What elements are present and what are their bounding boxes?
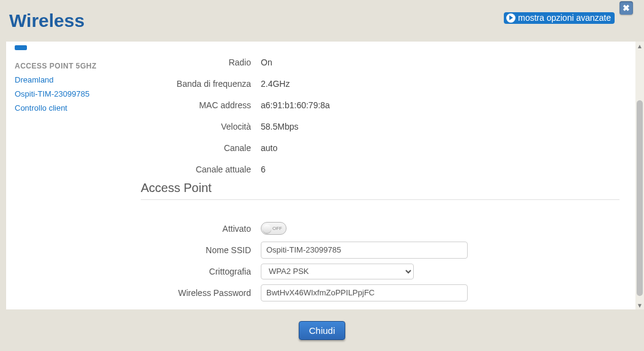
show-advanced-button[interactable]: mostra opzioni avanzate	[504, 12, 615, 24]
channel-value: auto	[261, 143, 277, 153]
crypto-select[interactable]: WPA2 PSK	[261, 264, 414, 279]
speed-label: Velocità	[147, 122, 261, 131]
section-title: Access Point	[141, 181, 212, 195]
mac-value: a6:91:b1:60:79:8a	[261, 100, 330, 110]
pwd-label: Wireless Password	[147, 288, 261, 298]
scroll-down-icon[interactable]: ▼	[635, 301, 644, 309]
enabled-toggle[interactable]: OFF	[261, 222, 286, 235]
curchan-value: 6	[261, 164, 266, 174]
sidebar-item-active[interactable]	[15, 45, 27, 50]
radio-label: Radio	[147, 57, 261, 67]
toggle-off-text: OFF	[272, 226, 282, 231]
close-icon[interactable]: ✖	[620, 1, 633, 15]
crypto-label: Crittografia	[147, 267, 261, 276]
password-input[interactable]	[261, 284, 468, 301]
ssid-label: Nome SSID	[147, 245, 261, 255]
show-advanced-label: mostra opzioni avanzate	[518, 13, 611, 23]
scrollbar[interactable]: ▲ ▼	[635, 42, 644, 309]
curchan-label: Canale attuale	[147, 164, 261, 174]
toggle-knob-icon	[263, 224, 271, 233]
scroll-thumb[interactable]	[637, 100, 643, 296]
arrow-right-icon	[506, 13, 515, 23]
ssid-input[interactable]	[261, 242, 468, 259]
band-label: Banda di frequenza	[147, 79, 261, 89]
radio-value: On	[261, 57, 272, 67]
page-title: Wireless	[9, 10, 84, 31]
band-value: 2.4GHz	[261, 79, 290, 89]
close-button[interactable]: Chiudi	[299, 321, 346, 340]
footer: Chiudi	[0, 309, 644, 351]
speed-value: 58.5Mbps	[261, 122, 298, 131]
mac-label: MAC address	[147, 100, 261, 110]
enabled-label: Attivato	[147, 224, 261, 234]
separator	[141, 199, 620, 200]
content-panel: ACCESS POINT 5GHZ Dreamland Ospiti-TIM-2…	[6, 42, 644, 309]
scroll-up-icon[interactable]: ▲	[635, 42, 644, 50]
channel-label: Canale	[147, 143, 261, 153]
